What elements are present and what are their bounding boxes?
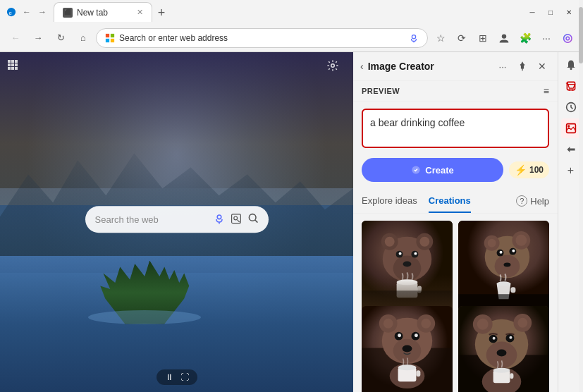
svg-rect-9 [8,60,11,63]
tab-back-btn[interactable]: ← [21,6,32,18]
panel-title: Image Creator [368,61,490,72]
panel-menu-icon[interactable]: ≡ [544,85,549,97]
more-button[interactable]: ··· [536,28,556,48]
page-top-icons [0,59,346,75]
extensions-button[interactable]: 🧩 [515,28,535,48]
search-lens-icon[interactable] [231,213,242,226]
new-tab-button[interactable]: + [152,4,171,22]
home-button[interactable]: ⌂ [73,28,93,48]
coins-count: 100 [529,165,544,175]
video-controls: ⏸ ⛶ [157,369,197,385]
svg-rect-4 [106,38,109,42]
svg-point-91 [493,367,510,372]
sidebar-icon-creator[interactable] [561,118,581,138]
page-settings-icon[interactable] [326,59,339,75]
pause-button[interactable]: ⏸ [165,372,173,382]
svg-rect-5 [111,38,114,42]
bear-image-2[interactable] [458,221,549,312]
browser-logo[interactable]: e [6,6,17,18]
fullscreen-button[interactable]: ⛶ [180,372,189,382]
help-icon: ? [516,195,527,207]
create-label: Create [425,165,453,176]
search-submit-icon[interactable] [247,212,259,226]
preview-label: PREVIEW [362,87,400,95]
svg-rect-3 [111,33,114,37]
svg-rect-16 [11,67,14,70]
svg-rect-42 [417,286,422,293]
bear-image-1[interactable] [362,221,453,312]
help-button[interactable]: ? Help [516,195,549,207]
svg-point-39 [403,262,412,267]
svg-point-38 [414,252,417,255]
svg-point-52 [500,251,503,254]
svg-point-66 [421,318,431,328]
tab-creations[interactable]: Creations [429,189,471,213]
sidebar-icon-history[interactable] [561,97,581,117]
svg-rect-11 [15,60,18,63]
svg-point-95 [568,89,570,90]
tabs-row: Explore ideas Creations ? Help [353,189,558,214]
sidebar-icon-shopping[interactable] [561,76,581,96]
panel-container: ‹ Image Creator ··· ✕ PREVIEW ≡ [353,52,583,392]
help-label: Help [530,196,549,207]
svg-rect-92 [510,373,513,379]
mic-icon[interactable] [409,33,419,43]
sidebar-icon-share[interactable] [561,140,581,159]
tab-creations-label: Creations [429,195,471,206]
copilot-button[interactable]: ◎ [558,28,577,48]
favorites-button[interactable]: ☆ [431,28,450,48]
back-button[interactable]: ← [6,28,25,48]
panel-more-button[interactable]: ··· [494,58,511,75]
profile-button[interactable] [494,28,514,48]
refresh-icon[interactable]: ⟳ [452,28,472,48]
tab-strip: ⬛ New tab ✕ + [54,2,515,22]
search-box[interactable]: Search the web [85,206,269,233]
tab-close-btn[interactable]: ✕ [137,8,143,17]
svg-rect-15 [8,67,11,70]
minimize-button[interactable]: ─ [524,4,541,20]
forward-button[interactable]: → [28,28,48,48]
svg-point-93 [570,68,572,70]
svg-point-87 [509,336,512,338]
title-bar: e ← → ⬛ New tab ✕ + ─ □ ✕ [0,0,583,24]
panel-header: ‹ Image Creator ··· ✕ [353,52,558,81]
prompt-input[interactable] [362,109,549,148]
svg-point-18 [331,64,335,68]
panel-close-button[interactable]: ✕ [534,58,551,75]
svg-point-88 [497,349,507,356]
new-tab-page: Search the web ⏸ ⛶ [0,52,353,392]
tab-favicon: ⬛ [63,8,73,18]
nav-icons: ☆ ⟳ ⊞ 🧩 ··· ◎ [431,28,577,48]
svg-line-23 [237,219,239,221]
address-bar[interactable]: Search or enter web address [96,28,428,48]
svg-line-25 [254,220,257,223]
search-mic-icon[interactable] [214,213,225,226]
panel-pin-button[interactable] [514,58,531,75]
active-tab[interactable]: ⬛ New tab ✕ [54,2,152,22]
panel-subheader: PREVIEW ≡ [353,81,558,102]
maximize-button[interactable]: □ [542,4,559,20]
collections-button[interactable]: ⊞ [473,28,493,48]
sidebar-icon-notifications[interactable] [561,55,581,75]
bear-image-4[interactable] [458,306,549,393]
svg-point-6 [412,35,415,38]
panel-back-button[interactable]: ‹ [360,61,364,72]
sidebar-icon-add[interactable]: + [561,161,581,180]
svg-rect-56 [510,287,515,293]
svg-point-22 [233,216,237,220]
create-button[interactable]: Create [362,158,503,182]
tab-label: New tab [77,8,108,18]
svg-point-71 [403,345,412,352]
tab-forward-btn[interactable]: → [37,6,48,18]
island-water [88,310,201,324]
bear-image-3[interactable] [362,306,453,393]
svg-rect-17 [15,67,18,70]
svg-point-48 [515,235,527,246]
svg-point-30 [393,256,422,281]
apps-grid-icon[interactable] [7,59,18,73]
coin-icon: ⚡ [515,164,527,176]
tab-explore-ideas[interactable]: Explore ideas [362,189,417,213]
reload-button[interactable]: ↻ [51,28,70,48]
close-button[interactable]: ✕ [560,4,577,20]
svg-point-19 [217,215,221,219]
